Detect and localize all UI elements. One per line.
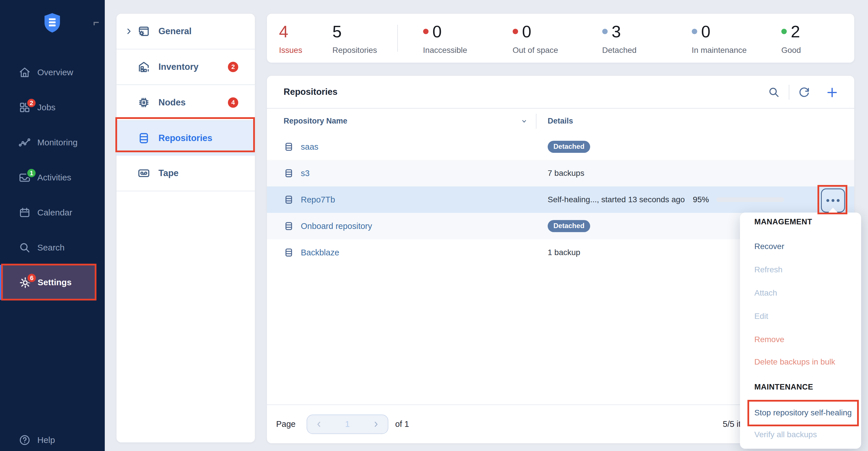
menu-item-delete-backups-in-bulk[interactable]: Delete backups in bulk bbox=[754, 357, 835, 367]
settings-active-indicator bbox=[0, 265, 3, 300]
chevron-right-icon[interactable] bbox=[124, 26, 134, 36]
settings-nav-inventory[interactable]: Inventory 2 bbox=[117, 49, 255, 84]
stat-label: Repositories bbox=[332, 46, 377, 55]
settings-nav-label: Tape bbox=[158, 168, 179, 178]
tape-cassette-icon bbox=[137, 167, 150, 180]
monitoring-chart-icon bbox=[19, 136, 31, 149]
app-root: Overview 2 Jobs Monitoring bbox=[0, 0, 868, 451]
table-row[interactable]: s3 7 backups bbox=[267, 160, 854, 187]
stat-label: Good bbox=[781, 46, 854, 55]
gear-icon: 6 bbox=[19, 276, 31, 289]
stat-repositories: 5 Repositories bbox=[332, 22, 377, 55]
sidebar-item-label: Overview bbox=[37, 67, 73, 77]
settings-nav-tape[interactable]: Tape bbox=[117, 156, 255, 191]
sidebar-item-label: Settings bbox=[38, 278, 71, 287]
repository-icon bbox=[284, 195, 294, 205]
page-of-label: of 1 bbox=[395, 419, 409, 429]
settings-nav-label: Repositories bbox=[158, 133, 212, 143]
repository-detail-text: 7 backups bbox=[548, 169, 584, 178]
status-dot bbox=[423, 29, 429, 34]
detached-status-badge: Detached bbox=[548, 141, 590, 153]
repository-name-link[interactable]: Repo7Tb bbox=[301, 195, 530, 204]
stat-value: 3 bbox=[612, 22, 621, 41]
repository-icon bbox=[284, 168, 294, 178]
status-dot bbox=[692, 29, 697, 34]
menu-item-attach[interactable]: Attach bbox=[754, 288, 777, 298]
progress-percent: 95% bbox=[693, 195, 709, 204]
settings-nav-repositories[interactable]: Repositories bbox=[117, 121, 255, 156]
search-icon bbox=[19, 241, 31, 254]
page-stepper: 1 bbox=[307, 415, 389, 434]
sort-chevron-down-icon[interactable] bbox=[520, 117, 529, 126]
inventory-warehouse-icon bbox=[137, 60, 150, 74]
stat-label: Out of space bbox=[513, 46, 586, 55]
menu-section-maintenance: MAINTENANCE bbox=[754, 382, 813, 392]
current-page-number[interactable]: 1 bbox=[345, 419, 350, 429]
stat-inaccessible: 0 Inaccessible bbox=[406, 22, 496, 55]
table-row-selected[interactable]: Repo7Tb Self-healing..., started 13 seco… bbox=[267, 187, 854, 213]
settings-nav-label: General bbox=[158, 26, 191, 36]
next-page-chevron-icon[interactable] bbox=[372, 420, 380, 429]
menu-item-verify-all-backups[interactable]: Verify all backups bbox=[754, 429, 817, 440]
sidebar-item-overview[interactable]: Overview bbox=[0, 64, 105, 81]
self-healing-status-text: Self-healing..., started 13 seconds ago bbox=[548, 195, 685, 204]
previous-page-chevron-icon[interactable] bbox=[315, 420, 323, 429]
sidebar-item-label: Monitoring bbox=[37, 138, 78, 147]
popover-arrow bbox=[828, 208, 838, 213]
stat-out-of-space: 0 Out of space bbox=[496, 22, 586, 55]
home-icon bbox=[19, 66, 31, 79]
search-icon[interactable] bbox=[768, 86, 780, 98]
menu-item-edit[interactable]: Edit bbox=[754, 311, 768, 321]
stat-label: In maintenance bbox=[692, 46, 765, 55]
sidebar-collapse-icon[interactable] bbox=[94, 22, 99, 25]
stat-value: 5 bbox=[332, 22, 342, 41]
sidebar-item-help[interactable]: Help bbox=[0, 431, 105, 449]
sidebar-item-settings[interactable]: 6 Settings bbox=[3, 265, 96, 300]
sidebar-item-monitoring[interactable]: Monitoring bbox=[0, 134, 105, 151]
nodes-cpu-icon bbox=[137, 96, 150, 109]
stat-value: 4 bbox=[279, 22, 288, 41]
divider bbox=[536, 114, 536, 129]
inventory-badge: 2 bbox=[228, 62, 238, 72]
status-dot bbox=[513, 29, 518, 34]
settings-nav-nodes[interactable]: Nodes 4 bbox=[117, 85, 255, 120]
sidebar-item-label: Search bbox=[37, 243, 65, 253]
sidebar-item-calendar[interactable]: Calendar bbox=[0, 204, 105, 221]
repository-name-link[interactable]: s3 bbox=[301, 169, 530, 178]
repository-name-link[interactable]: Backblaze bbox=[301, 248, 530, 257]
menu-item-recover[interactable]: Recover bbox=[754, 241, 784, 252]
sidebar-item-label: Calendar bbox=[37, 208, 72, 218]
sidebar-item-search[interactable]: Search bbox=[0, 239, 105, 256]
repository-icon bbox=[284, 221, 294, 231]
stat-in-maintenance: 0 In maintenance bbox=[675, 22, 765, 55]
table-row[interactable]: saas Detached bbox=[267, 134, 854, 160]
sidebar: Overview 2 Jobs Monitoring bbox=[0, 0, 105, 451]
menu-item-refresh[interactable]: Refresh bbox=[754, 264, 782, 275]
column-repository-name[interactable]: Repository Name bbox=[284, 117, 347, 125]
settings-nav-general[interactable]: General bbox=[117, 14, 255, 49]
app-logo-shield-icon bbox=[41, 10, 63, 36]
settings-badge: 6 bbox=[26, 273, 37, 283]
sidebar-item-jobs[interactable]: 2 Jobs bbox=[0, 99, 105, 116]
menu-item-stop-repository-self-healing[interactable]: Stop repository self-healing bbox=[754, 407, 851, 418]
refresh-icon[interactable] bbox=[798, 86, 811, 98]
settings-nav-label: Inventory bbox=[158, 62, 198, 72]
activities-badge: 1 bbox=[26, 168, 37, 178]
sidebar-item-activities[interactable]: 1 Activities bbox=[0, 169, 105, 186]
stat-label: Inaccessible bbox=[423, 46, 496, 55]
repository-name-link[interactable]: saas bbox=[301, 142, 530, 152]
stat-detached: 3 Detached bbox=[586, 22, 675, 55]
table-column-header-row: Repository Name Details bbox=[267, 109, 854, 134]
repository-name-link[interactable]: Onboard repository bbox=[301, 222, 530, 231]
stat-value: 0 bbox=[522, 22, 531, 41]
table-title: Repositories bbox=[284, 87, 338, 97]
repository-icon bbox=[284, 247, 294, 258]
menu-item-remove[interactable]: Remove bbox=[754, 334, 784, 345]
settings-nav-panel: General Inventory 2 bbox=[117, 14, 255, 442]
stat-label: Detached bbox=[602, 46, 675, 55]
ellipsis-icon bbox=[826, 199, 829, 202]
column-details[interactable]: Details bbox=[548, 117, 573, 125]
repository-actions-context-menu: MANAGEMENT Recover Refresh Attach Edit R… bbox=[740, 213, 861, 449]
add-repository-icon[interactable] bbox=[826, 86, 838, 98]
sidebar-item-label: Activities bbox=[37, 173, 71, 182]
